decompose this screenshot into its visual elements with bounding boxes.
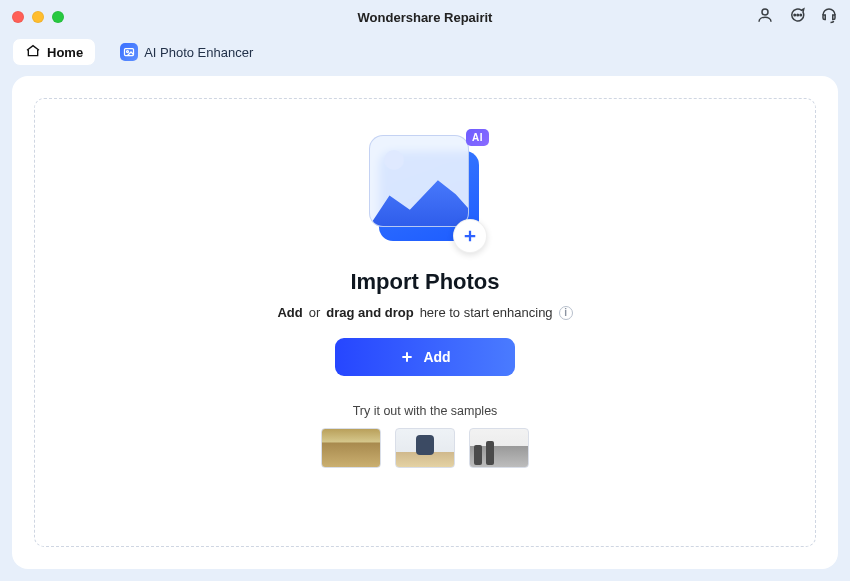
- svg-point-0: [762, 9, 768, 15]
- support-icon[interactable]: [820, 6, 838, 28]
- subtitle-drag: drag and drop: [326, 305, 413, 320]
- page-title: Import Photos: [350, 269, 499, 295]
- home-label: Home: [47, 45, 83, 60]
- tabs-row: Home AI Photo Enhancer: [0, 34, 850, 76]
- close-window-button[interactable]: [12, 11, 24, 23]
- sample-image-2[interactable]: [395, 428, 455, 468]
- svg-point-3: [800, 14, 802, 16]
- sample-image-3[interactable]: [469, 428, 529, 468]
- samples-row: [321, 428, 529, 468]
- titlebar-actions: [756, 6, 838, 28]
- sample-image-1[interactable]: [321, 428, 381, 468]
- dropzone[interactable]: AI Import Photos Add or drag and drop he…: [34, 98, 816, 547]
- maximize-window-button[interactable]: [52, 11, 64, 23]
- user-icon[interactable]: [756, 6, 774, 28]
- svg-point-1: [794, 14, 796, 16]
- svg-point-5: [127, 51, 129, 53]
- samples-label: Try it out with the samples: [321, 404, 529, 418]
- subtitle-or: or: [309, 305, 321, 320]
- samples-section: Try it out with the samples: [321, 404, 529, 468]
- titlebar: Wondershare Repairit: [0, 0, 850, 34]
- subtitle: Add or drag and drop here to start enhan…: [277, 305, 572, 320]
- photo-icon: [120, 43, 138, 61]
- subtitle-rest: here to start enhancing: [420, 305, 553, 320]
- app-title: Wondershare Repairit: [0, 10, 850, 25]
- chat-icon[interactable]: [788, 6, 806, 28]
- feature-tab[interactable]: AI Photo Enhancer: [108, 38, 265, 66]
- import-illustration: AI: [365, 131, 485, 251]
- plus-icon: [453, 219, 487, 253]
- home-tab[interactable]: Home: [12, 38, 96, 66]
- feature-label: AI Photo Enhancer: [144, 45, 253, 60]
- minimize-window-button[interactable]: [32, 11, 44, 23]
- plus-icon: [399, 349, 415, 365]
- add-button[interactable]: Add: [335, 338, 515, 376]
- info-icon[interactable]: i: [559, 306, 573, 320]
- window-controls: [12, 11, 64, 23]
- home-icon: [25, 43, 41, 62]
- subtitle-add: Add: [277, 305, 302, 320]
- main-card: AI Import Photos Add or drag and drop he…: [12, 76, 838, 569]
- add-button-label: Add: [423, 349, 450, 365]
- ai-badge: AI: [466, 129, 489, 146]
- svg-point-2: [797, 14, 799, 16]
